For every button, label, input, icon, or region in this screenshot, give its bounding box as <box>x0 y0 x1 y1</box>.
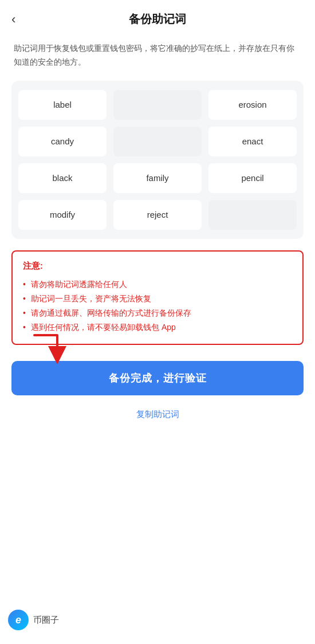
warning-list-item: 请勿通过截屏、网络传输的方式进行备份保存 <box>23 306 292 320</box>
watermark-text: 币圈子 <box>33 615 59 626</box>
mnemonic-word-cell: candy <box>18 127 107 156</box>
mnemonic-word-cell <box>208 200 297 230</box>
red-arrow-icon <box>29 332 80 364</box>
mnemonic-grid: labelerosioncandyenactblackfamilypencilm… <box>18 90 297 230</box>
warning-box: 注意: 请勿将助记词透露给任何人助记词一旦丢失，资产将无法恢复请勿通过截屏、网络… <box>11 250 304 345</box>
mnemonic-word-cell <box>113 90 202 120</box>
mnemonic-word-cell: pencil <box>208 163 297 193</box>
warning-list: 请勿将助记词透露给任何人助记词一旦丢失，资产将无法恢复请勿通过截屏、网络传输的方… <box>23 277 292 335</box>
mnemonic-container: labelerosioncandyenactblackfamilypencilm… <box>11 81 304 239</box>
watermark-icon: e <box>8 610 29 630</box>
confirm-button-wrap: 备份完成，进行验证 <box>11 361 304 395</box>
mnemonic-word-cell: label <box>18 90 107 120</box>
mnemonic-word-cell: reject <box>113 200 202 230</box>
header: ‹ 备份助记词 <box>0 0 315 33</box>
button-area: 备份完成，进行验证 <box>0 361 315 405</box>
copy-mnemonic-link[interactable]: 复制助记词 <box>136 409 179 419</box>
warning-list-item: 助记词一旦丢失，资产将无法恢复 <box>23 292 292 306</box>
mnemonic-word-cell <box>113 127 202 156</box>
page-title: 备份助记词 <box>129 11 186 27</box>
back-button[interactable]: ‹ <box>11 12 15 27</box>
mnemonic-word-cell: family <box>113 163 202 193</box>
copy-link-area: 复制助记词 <box>0 405 315 425</box>
warning-title: 注意: <box>23 261 292 272</box>
description-text: 助记词用于恢复钱包或重置钱包密码，将它准确的抄写在纸上，并存放在只有你知道的安全… <box>0 33 315 81</box>
watermark: e 币圈子 <box>0 606 67 634</box>
mnemonic-word-cell: black <box>18 163 107 193</box>
warning-list-item: 请勿将助记词透露给任何人 <box>23 277 292 292</box>
mnemonic-word-cell: erosion <box>208 90 297 120</box>
confirm-backup-button[interactable]: 备份完成，进行验证 <box>11 361 304 395</box>
mnemonic-word-cell: enact <box>208 127 297 156</box>
mnemonic-word-cell: modify <box>18 200 107 230</box>
